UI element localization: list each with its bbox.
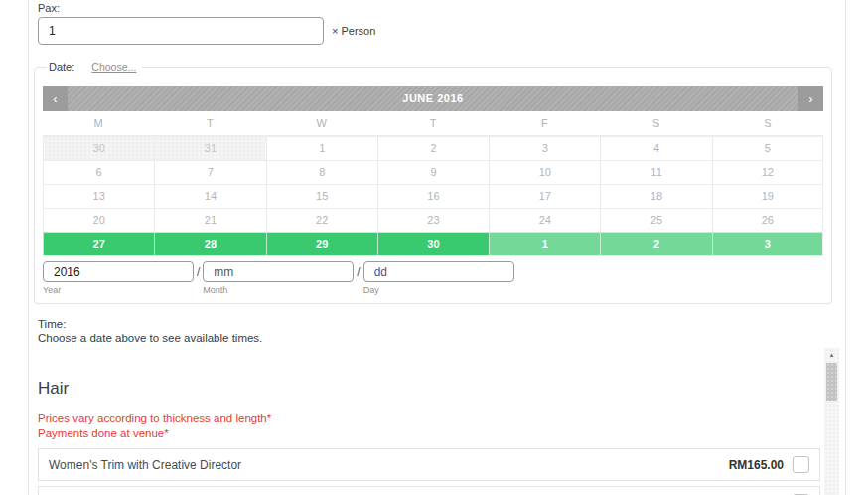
pax-input[interactable] <box>38 17 324 45</box>
chevron-right-icon[interactable]: › <box>798 86 823 111</box>
calendar-day-cell[interactable]: 1 <box>489 232 600 255</box>
pax-label: Pax: <box>38 2 820 14</box>
calendar-day-header: S <box>712 111 823 136</box>
calendar-week-row: 13141516171819 <box>43 184 823 208</box>
calendar-day-header: W <box>266 111 377 136</box>
calendar-month-title: JUNE 2016 <box>68 86 798 111</box>
calendar-day-header: S <box>600 111 711 136</box>
day-input[interactable] <box>363 261 514 282</box>
calendar-day-header: M <box>43 111 154 136</box>
year-field-label: Year <box>43 285 194 295</box>
calendar-day-cell[interactable]: 10 <box>489 160 600 184</box>
calendar-day-cell[interactable]: 22 <box>266 208 377 232</box>
pax-row: × Person <box>38 17 820 45</box>
calendar-week-row: 27282930123 <box>43 232 823 255</box>
service-price: RM165.00 <box>729 458 784 472</box>
calendar-week-row: 20212223242526 <box>43 208 823 232</box>
calendar-day-cell[interactable]: 24 <box>489 208 600 232</box>
date-section: Date: Choose... ‹ JUNE 2016 › MTWTFSS 30… <box>34 61 832 304</box>
calendar-day-cell[interactable]: 5 <box>712 136 823 160</box>
vertical-scrollbar[interactable]: ▲ <box>824 348 839 495</box>
calendar-day-cell[interactable]: 29 <box>266 232 377 255</box>
calendar-day-cell[interactable]: 9 <box>377 160 489 184</box>
calendar-day-cell[interactable]: 19 <box>712 184 823 208</box>
booking-form: Pax: × Person Date: Choose... ‹ JUNE 201… <box>0 0 820 495</box>
service-name: Women's Trim with Creative Director <box>49 458 729 472</box>
date-legend-label: Date: <box>49 61 74 73</box>
calendar-day-cell[interactable]: 31 <box>154 136 265 160</box>
calendar-day-cell[interactable]: 21 <box>154 208 265 232</box>
calendar-day-cell[interactable]: 15 <box>266 184 377 208</box>
calendar-week-row: 6789101112 <box>43 160 823 184</box>
calendar-day-cell[interactable]: 14 <box>154 184 265 208</box>
calendar-day-cell[interactable]: 23 <box>377 208 489 232</box>
month-field-group: Month <box>203 261 354 295</box>
calendar-day-header: F <box>489 111 600 136</box>
calendar-day-cell[interactable]: 13 <box>43 184 154 208</box>
calendar-day-header-row: MTWTFSS <box>43 111 823 136</box>
calendar-week-row: 303112345 <box>43 136 823 160</box>
calendar-day-cell[interactable]: 3 <box>489 136 600 160</box>
calendar-day-cell[interactable]: 2 <box>377 136 489 160</box>
calendar-day-cell[interactable]: 18 <box>600 184 711 208</box>
calendar-day-cell[interactable]: 25 <box>600 208 711 232</box>
calendar-day-cell[interactable]: 27 <box>43 232 154 255</box>
time-section: Time: Choose a date above to see availab… <box>38 318 820 345</box>
calendar-day-cell[interactable]: 30 <box>43 136 154 160</box>
service-item-row: Women's Trim with Senior StylistRM115.00 <box>38 486 820 495</box>
calendar-day-cell[interactable]: 30 <box>377 232 489 255</box>
month-field-label: Month <box>203 285 354 295</box>
date-choose-link[interactable]: Choose... <box>91 61 136 73</box>
service-note-line: Payments done at venue* <box>38 426 820 441</box>
calendar-day-header: T <box>154 111 265 136</box>
service-checkbox[interactable] <box>793 456 809 473</box>
calendar-day-cell[interactable]: 7 <box>154 160 265 184</box>
calendar-day-header: T <box>377 111 489 136</box>
time-label: Time: <box>38 318 820 332</box>
scroll-up-icon[interactable]: ▲ <box>824 348 839 361</box>
service-notes: Prices vary according to thickness and l… <box>38 412 820 441</box>
calendar-day-cell[interactable]: 6 <box>43 160 154 184</box>
calendar-day-cell[interactable]: 4 <box>600 136 711 160</box>
date-legend: Date: Choose... <box>47 61 142 73</box>
calendar-day-cell[interactable]: 1 <box>266 136 377 160</box>
day-field-label: Day <box>363 285 514 295</box>
service-list: Women's Trim with Creative DirectorRM165… <box>38 448 820 495</box>
calendar-day-cell[interactable]: 11 <box>600 160 711 184</box>
time-message: Choose a date above to see available tim… <box>38 332 820 346</box>
year-input[interactable] <box>43 261 194 282</box>
calendar-header-bar: ‹ JUNE 2016 › <box>43 86 823 111</box>
calendar-day-cell[interactable]: 26 <box>712 208 823 232</box>
date-separator: / <box>194 261 203 295</box>
calendar: ‹ JUNE 2016 › MTWTFSS 303112345678910111… <box>43 86 823 256</box>
calendar-day-cell[interactable]: 20 <box>43 208 154 232</box>
scrollbar-thumb[interactable] <box>826 363 837 401</box>
service-category-heading: Hair <box>38 379 820 398</box>
service-item-row: Women's Trim with Creative DirectorRM165… <box>38 448 820 481</box>
calendar-day-cell[interactable]: 8 <box>266 160 377 184</box>
calendar-day-cell[interactable]: 3 <box>712 232 823 255</box>
calendar-day-cell[interactable]: 12 <box>712 160 823 184</box>
service-note-line: Prices vary according to thickness and l… <box>38 412 820 426</box>
month-input[interactable] <box>203 261 354 282</box>
calendar-day-cell[interactable]: 28 <box>154 232 265 255</box>
chevron-left-icon[interactable]: ‹ <box>43 86 68 111</box>
pax-suffix-label: × Person <box>332 25 375 37</box>
date-manual-inputs: Year / Month / Day <box>43 261 823 295</box>
calendar-grid: 3031123456789101112131415161718192021222… <box>43 136 823 256</box>
date-separator: / <box>354 261 362 295</box>
calendar-day-cell[interactable]: 17 <box>489 184 600 208</box>
calendar-day-cell[interactable]: 16 <box>377 184 489 208</box>
year-field-group: Year <box>43 261 194 295</box>
day-field-group: Day <box>363 261 514 295</box>
calendar-day-cell[interactable]: 2 <box>600 232 711 255</box>
